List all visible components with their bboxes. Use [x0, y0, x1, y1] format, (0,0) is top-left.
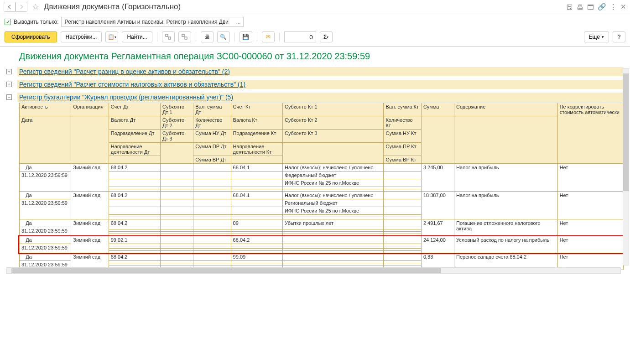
table-cell: 09 [231, 219, 282, 227]
vertical-scrollbar[interactable] [623, 68, 629, 265]
filter-input[interactable]: Регистр накопления Активы и пассивы; Рег… [61, 17, 244, 27]
separator [234, 32, 235, 42]
table-cell: Зимний сад [71, 164, 109, 192]
separator [157, 32, 157, 42]
table-cell: 99.02.1 [109, 236, 160, 244]
table-cell: Налог (взносы): начислено / уплачено [282, 164, 384, 172]
table-cell [161, 192, 193, 199]
th-dir-kt: Направление деятельности Кт [231, 143, 282, 156]
more-button[interactable]: Еще ▾ [584, 31, 609, 42]
th-sub-kt2: Субконто Кт 2 [282, 116, 384, 130]
table-cell [384, 253, 421, 261]
print-preview-button[interactable]: 🔍 [217, 31, 230, 42]
table-cell: 68.04.2 [109, 192, 160, 199]
expand-tree-icon[interactable] [162, 31, 175, 42]
table-row[interactable]: ДаЗимний сад68.04.299.090,33Перенос саль… [20, 253, 624, 261]
print-button[interactable]: 🖶 [201, 31, 213, 42]
table-cell: Зимний сад [71, 219, 109, 236]
sum-icon[interactable]: Σ▾ [320, 31, 333, 42]
link-icon[interactable]: 🔗 [598, 3, 606, 11]
th-sum: Сумма [421, 103, 454, 116]
save-disk-icon[interactable]: 💾 [240, 31, 252, 42]
table-cell: ИФНС России № 25 по г.Москве [282, 179, 384, 187]
number-input[interactable] [284, 31, 316, 42]
table-cell: Да [20, 164, 71, 172]
table-cell: Региональный бюджет [282, 199, 384, 207]
expand-button[interactable]: + [6, 82, 12, 87]
favorite-star-icon[interactable]: ☆ [32, 2, 39, 12]
report-title: Движения документа Регламентная операция… [19, 51, 624, 62]
more-menu-icon[interactable]: ⋮ [610, 3, 617, 11]
table-row[interactable]: ДаЗимний сад68.04.268.04.1Налог (взносы)… [20, 164, 624, 172]
th-qty-kt: Количество Кт [384, 116, 421, 130]
page-title: Движения документа (Горизонтально) [44, 2, 181, 11]
output-only-checkbox[interactable]: ✓ [5, 19, 11, 25]
table-cell: 68.04.2 [109, 164, 160, 172]
th-sumvr-kt: Сумма ВР Кт [384, 156, 421, 164]
table-cell: Зимний сад [71, 192, 109, 219]
separator [196, 32, 196, 42]
expand-button[interactable]: + [6, 69, 12, 74]
table-cell: 24 124,00 [421, 236, 454, 253]
table-cell [384, 164, 421, 172]
find-button[interactable]: Найти... [122, 31, 152, 42]
table-cell: Нет [557, 164, 623, 192]
table-cell [384, 199, 421, 207]
table-cell [384, 192, 421, 199]
generate-button[interactable]: Сформировать [5, 31, 57, 42]
table-cell: 2 491,67 [421, 219, 454, 236]
header-bar: ☆ Движения документа (Горизонтально) 🖫 🖶… [0, 0, 630, 14]
table-cell: Нет [557, 236, 623, 253]
horizontal-scrollbar[interactable] [6, 267, 621, 274]
th-sub-dt2: Субконто Дт 2 [161, 116, 193, 130]
table-cell: Налог на прибыль [454, 164, 557, 192]
table-cell [193, 172, 231, 179]
help-button[interactable]: ? [613, 31, 625, 42]
th-dept-kt: Подразделение Кт [231, 130, 282, 143]
table-cell: 99.09 [231, 253, 282, 261]
register-link-3[interactable]: Регистр бухгалтерии "Журнал проводок (ре… [19, 94, 233, 101]
table-cell [231, 207, 282, 215]
th-sumnu-kt: Сумма НУ Кт [384, 130, 421, 143]
save-icon[interactable]: 🖫 [566, 3, 573, 11]
table-cell [161, 172, 193, 179]
table-cell [109, 179, 160, 187]
table-cell: 68.04.2 [231, 236, 282, 244]
table-cell: 31.12.2020 23:59:59 [20, 227, 71, 236]
table-cell: Налог (взносы): начислено / уплачено [282, 192, 384, 199]
table-cell [109, 199, 160, 207]
table-row[interactable]: ДаЗимний сад99.02.168.04.224 124,00Услов… [20, 236, 624, 244]
preview-icon[interactable]: 🗔 [587, 3, 594, 11]
email-icon[interactable]: ✉ [262, 31, 275, 42]
collapse-button[interactable]: − [6, 94, 12, 100]
table-cell [282, 236, 384, 244]
paste-icon[interactable]: 📋▾ [105, 31, 118, 42]
table-cell: Да [20, 253, 71, 261]
table-cell [384, 236, 421, 244]
table-cell [161, 207, 193, 215]
table-cell: 3 245,00 [421, 164, 454, 192]
th-org: Организация [71, 103, 109, 116]
register-link-2[interactable]: Регистр сведений "Расчет стоимости налог… [19, 81, 245, 88]
table-cell [161, 164, 193, 172]
table-cell [231, 199, 282, 207]
separator [257, 32, 257, 42]
table-cell: 31.12.2020 23:59:59 [20, 199, 71, 219]
register-link-1[interactable]: Регистр сведений "Расчет разниц в оценке… [19, 68, 230, 75]
table-row[interactable]: ДаЗимний сад68.04.209Убытки прошлых лет2… [20, 219, 624, 227]
table-cell: 68.04.1 [231, 192, 282, 199]
settings-button[interactable]: Настройки... [61, 31, 102, 42]
filter-more-icon[interactable]: ... [236, 19, 240, 25]
table-row[interactable]: ДаЗимний сад68.04.268.04.1Налог (взносы)… [20, 192, 624, 199]
th-sub-kt1: Субконто Кт 1 [282, 103, 384, 116]
table-cell: 68.04.2 [109, 219, 160, 227]
nav-forward-button[interactable] [16, 2, 27, 12]
nav-back-button[interactable] [4, 2, 16, 12]
table-cell: Налог на прибыль [454, 192, 557, 219]
th-valsum-kt: Вал. сумма Кт [384, 103, 421, 116]
report-area: Движения документа Регламентная операция… [0, 47, 630, 275]
print-icon[interactable]: 🖶 [577, 3, 583, 11]
collapse-tree-icon[interactable] [178, 31, 191, 42]
table-cell: Нет [557, 192, 623, 219]
close-icon[interactable]: ✕ [620, 3, 626, 11]
